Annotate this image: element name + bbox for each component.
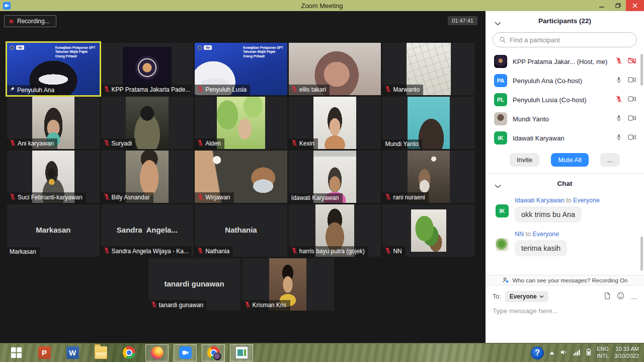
chat-scrollbar[interactable]	[640, 237, 643, 271]
mic-muted-icon[interactable]	[616, 95, 622, 104]
recording-indicator[interactable]: Recording...	[4, 15, 56, 27]
invite-button[interactable]: Invite	[510, 153, 539, 167]
close-button[interactable]	[626, 0, 644, 11]
video-tile[interactable]: Billy Asnandar	[101, 151, 194, 203]
tile-name-text: rani nuraeni	[393, 194, 425, 201]
powerpoint-icon: P	[38, 346, 51, 359]
video-tile[interactable]: djpKewajiban Pelaporan SPTTahunan Wajib …	[195, 43, 287, 95]
mic-icon[interactable]	[616, 114, 622, 123]
video-tile[interactable]: djpKewajiban Pelaporan SPTTahunan Wajib …	[7, 43, 100, 95]
camera-icon[interactable]	[628, 133, 636, 142]
taskbar-chrome-alt-button[interactable]	[202, 344, 225, 361]
taskbar-powerpoint-button[interactable]: P	[33, 344, 56, 361]
tile-name-label: Alden	[195, 138, 224, 149]
video-tile[interactable]: Suci Febrianti-karyawan	[7, 151, 100, 203]
emoji-icon[interactable]	[617, 292, 624, 301]
video-tile[interactable]: rani nuraeni	[382, 151, 475, 203]
tile-name-label: Marwanto	[382, 85, 423, 95]
participant-row[interactable]: PAPenyuluh Ana (Co-host)	[486, 71, 644, 90]
video-tile[interactable]: Marwanto	[382, 43, 475, 95]
video-tile[interactable]: Alden	[195, 97, 287, 149]
mute-all-button[interactable]: Mute All	[551, 153, 588, 167]
chat-recipient[interactable]: Everyone	[573, 197, 600, 204]
taskbar-firefox-button[interactable]	[145, 344, 169, 361]
chrome-alt-icon	[207, 346, 220, 359]
file-explorer-icon	[95, 346, 107, 359]
chat-recipient[interactable]: Everyone	[532, 231, 559, 238]
chat-sender[interactable]: NN	[515, 231, 524, 238]
video-tile[interactable]: Sandra Angela...Sandra Angela Wijaya - K…	[101, 204, 194, 257]
mic-muted-icon	[245, 301, 251, 309]
search-input[interactable]	[510, 36, 630, 44]
participant-row[interactable]: KPP Pratama Jakar... (Host, me)	[486, 52, 644, 71]
taskbar-system-window-button[interactable]	[230, 344, 253, 361]
mic-muted-icon[interactable]	[616, 57, 622, 66]
participants-collapse-chevron-icon[interactable]	[495, 19, 501, 28]
tile-name-text: Penyuluh Lusia	[205, 86, 247, 93]
mic-icon[interactable]	[616, 133, 622, 142]
tile-name-label: Markasan	[7, 247, 40, 257]
tile-centered-name: Markasan	[7, 226, 100, 234]
video-tile[interactable]: ellis takari	[289, 43, 381, 95]
taskbar-zoom-button[interactable]	[174, 344, 197, 361]
mic-muted-icon	[104, 139, 110, 148]
mic-icon[interactable]	[616, 76, 622, 85]
participant-row[interactable]: Mundi Yanto	[486, 109, 644, 128]
chat-collapse-chevron-icon[interactable]	[495, 181, 501, 190]
language-indicator[interactable]: ENG INTL	[597, 346, 609, 360]
video-tile[interactable]: Krisman Kris	[242, 258, 334, 311]
clock-time: 10:33 AM	[614, 346, 639, 353]
chat-recipient-dropdown[interactable]: Everyone	[505, 291, 548, 302]
slide-text-line: Kewajiban Pelaporan SPT	[243, 46, 283, 50]
taskbar-file-explorer-button[interactable]	[89, 344, 112, 361]
tile-name-text: Krisman Kris	[253, 302, 287, 309]
participant-search[interactable]	[493, 32, 637, 47]
video-tile[interactable]: Idawati Karyawan	[289, 151, 381, 203]
video-tile[interactable]: Mundi Yanto	[382, 97, 475, 149]
camera-icon[interactable]	[628, 114, 636, 123]
video-tile[interactable]: Wirjawan	[195, 151, 287, 203]
battery-icon[interactable]	[586, 348, 591, 358]
chat-more-icon[interactable]: ...	[631, 293, 637, 301]
camera-icon[interactable]	[628, 76, 636, 85]
participant-name-text: KPP Pratama Jakar... (Host, me)	[513, 58, 607, 65]
tile-name-label: harris bayu putra (gojek)	[289, 246, 368, 257]
video-tile[interactable]: harris bayu putra (gojek)	[289, 204, 381, 257]
hidden-icons-chevron-icon[interactable]	[549, 351, 554, 354]
tile-name-label: Suryadi	[101, 138, 136, 149]
minimize-button[interactable]	[594, 0, 610, 11]
file-attach-icon[interactable]	[604, 292, 610, 301]
help-icon[interactable]: ?	[531, 346, 544, 359]
video-tile[interactable]: NathaniaNathania	[195, 204, 287, 257]
participants-more-button[interactable]: ...	[600, 153, 620, 167]
chat-sender[interactable]: Idawati Karyawan	[515, 197, 565, 204]
chat-message-input[interactable]	[493, 307, 633, 315]
video-tile[interactable]: MarkasanMarkasan	[7, 204, 100, 257]
mic-muted-icon	[291, 86, 297, 94]
video-tile[interactable]: KPP Pratama Jakarta Pade...	[101, 43, 194, 95]
video-tile[interactable]: tanardi gunawantanardi gunawan	[148, 258, 240, 311]
participant-row[interactable]: IKIdawati Karyawan	[486, 128, 644, 148]
video-tile[interactable]: NN	[382, 204, 475, 257]
chrome-icon	[123, 346, 135, 359]
tile-name-text: Suci Febrianti-karyawan	[18, 194, 83, 201]
taskbar-start-button[interactable]	[5, 344, 28, 361]
tile-name-label: KPP Pratama Jakarta Pade...	[101, 85, 192, 95]
taskbar-word-button[interactable]: W	[61, 344, 84, 361]
chat-visibility-notice[interactable]: Who can see your messages? Recording On	[486, 275, 644, 285]
participant-name-text: Mundi Yanto	[513, 115, 549, 123]
network-signal-icon[interactable]	[573, 348, 581, 357]
video-tile[interactable]: Suryadi	[101, 97, 194, 149]
participant-row[interactable]: PLPenyuluh Lusia (Co-host)	[486, 90, 644, 109]
clock[interactable]: 10:33 AM 3/10/2022	[614, 346, 639, 360]
mic-muted-icon	[197, 247, 203, 255]
video-tile[interactable]: Ani karyawan	[7, 97, 100, 149]
taskbar-chrome-button[interactable]	[117, 344, 140, 361]
camera-off-icon[interactable]	[628, 57, 636, 66]
volume-icon[interactable]	[560, 348, 568, 357]
camera-icon[interactable]	[628, 95, 636, 104]
video-tile[interactable]: Kexin	[289, 97, 381, 149]
participants-scrollbar[interactable]	[640, 54, 643, 86]
maximize-button[interactable]	[610, 0, 626, 11]
chat-message-bubble: okk trims bu Ana	[515, 206, 582, 223]
